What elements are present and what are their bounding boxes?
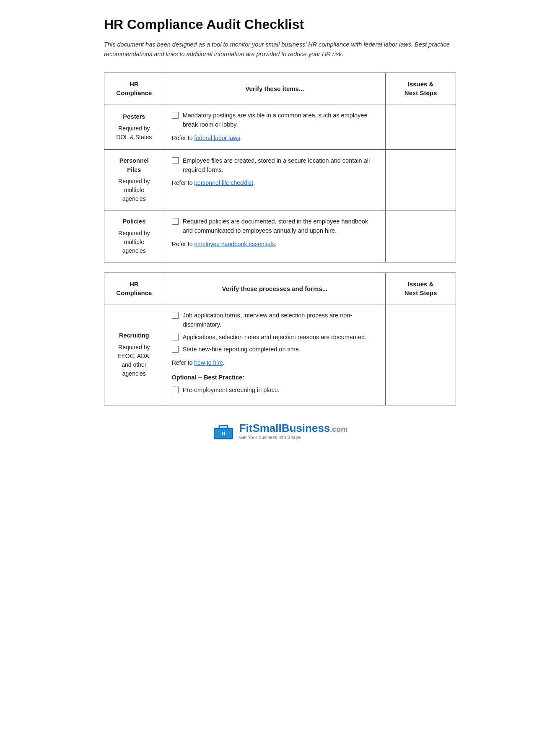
verify-item: State new-hire reporting completed on ti…	[172, 345, 378, 354]
checkbox[interactable]	[172, 312, 179, 319]
checkbox[interactable]	[172, 334, 179, 340]
table2-col2-header: Verify these processes and forms...	[164, 273, 386, 304]
verify-cell-recruiting: Job application forms, interview and sel…	[164, 304, 386, 405]
best-practice-label: Optional -- Best Practice:	[172, 373, 378, 382]
logo-com: .com	[330, 425, 347, 434]
verify-item-text: Required policies are documented, stored…	[183, 217, 378, 236]
issues-cell-recruiting	[386, 304, 456, 405]
table-row: Posters Required by DOL & States Mandato…	[104, 104, 456, 150]
table1-col2-header: Verify these items...	[164, 73, 386, 104]
footer: FitSmallBusiness.com Get Your Business I…	[104, 422, 456, 440]
verify-item-text: Applications, selection notes and reject…	[183, 333, 378, 342]
compliance-cell-recruiting: Recruiting Required by EEOC, ADA, and ot…	[104, 304, 164, 405]
table-processes: HRCompliance Verify these processes and …	[104, 273, 456, 405]
page-title: HR Compliance Audit Checklist	[104, 17, 456, 32]
issues-cell-policies	[386, 210, 456, 262]
refer-link[interactable]: personnel file checklist	[194, 179, 253, 186]
verify-item-text: Job application forms, interview and sel…	[183, 311, 378, 330]
compliance-cell-posters: Posters Required by DOL & States	[104, 104, 164, 150]
checkbox[interactable]	[172, 157, 179, 164]
verify-item: Required policies are documented, stored…	[172, 217, 378, 236]
refer-line: Refer to personnel file checklist.	[172, 179, 378, 187]
table-row: Recruiting Required by EEOC, ADA, and ot…	[104, 304, 456, 405]
verify-item-text: Pre-employment screening in place.	[183, 386, 378, 395]
refer-period: .	[275, 241, 277, 247]
checkbox[interactable]	[172, 346, 179, 353]
refer-link[interactable]: federal labor laws	[194, 135, 240, 141]
verify-item: Job application forms, interview and sel…	[172, 311, 378, 330]
refer-text: Refer to	[172, 241, 194, 247]
verify-item: Mandatory postings are visible in a comm…	[172, 111, 378, 130]
compliance-sublabel: Required by multiple agencies	[112, 177, 156, 203]
logo-tagline: Get Your Business Into Shape	[239, 435, 301, 440]
table1-col3-header: Issues &Next Steps	[386, 73, 456, 104]
verify-cell-posters: Mandatory postings are visible in a comm…	[164, 104, 386, 150]
compliance-sublabel: Required by DOL & States	[112, 124, 156, 142]
compliance-cell-personnel: Personnel Files Required by multiple age…	[104, 149, 164, 210]
compliance-label: Recruiting	[112, 331, 156, 340]
compliance-label: Personnel Files	[112, 156, 156, 175]
table-row: Personnel Files Required by multiple age…	[104, 149, 456, 210]
refer-line: Refer to employee handbook essentials.	[172, 240, 378, 249]
briefcase-icon	[213, 422, 234, 440]
refer-line: Refer to federal labor laws.	[172, 134, 378, 143]
refer-line: Refer to how to hire.	[172, 358, 378, 367]
verify-item-text: Employee files are created, stored in a …	[183, 156, 378, 175]
refer-link[interactable]: how to hire	[194, 359, 223, 366]
issues-cell-posters	[386, 104, 456, 150]
checkbox[interactable]	[172, 112, 179, 119]
logo-brand: FitSmallBusiness	[239, 422, 330, 434]
verify-item-text: State new-hire reporting completed on ti…	[183, 345, 378, 354]
checkbox[interactable]	[172, 218, 179, 225]
refer-text: Refer to	[172, 135, 194, 141]
refer-period: .	[240, 135, 242, 141]
table2-col3-header: Issues &Next Steps	[386, 273, 456, 304]
footer-logo: FitSmallBusiness.com Get Your Business I…	[213, 422, 348, 440]
checkbox[interactable]	[172, 387, 179, 393]
verify-item-best-practice: Pre-employment screening in place.	[172, 386, 378, 395]
compliance-sublabel: Required by EEOC, ADA, and other agencie…	[112, 343, 156, 378]
compliance-label: Policies	[112, 217, 156, 226]
logo-main: FitSmallBusiness.com	[239, 422, 348, 434]
table2-col1-header: HRCompliance	[104, 273, 164, 304]
compliance-cell-policies: Policies Required by multiple agencies	[104, 210, 164, 262]
issues-cell-personnel	[386, 149, 456, 210]
intro-text: This document has been designed as a too…	[104, 40, 456, 59]
refer-period: .	[253, 179, 255, 186]
svg-rect-5	[219, 426, 228, 428]
refer-text: Refer to	[172, 359, 194, 366]
refer-link[interactable]: employee handbook essentials	[194, 241, 275, 247]
table-row: Policies Required by multiple agencies R…	[104, 210, 456, 262]
verify-cell-personnel: Employee files are created, stored in a …	[164, 149, 386, 210]
verify-cell-policies: Required policies are documented, stored…	[164, 210, 386, 262]
logo-text: FitSmallBusiness.com Get Your Business I…	[239, 422, 348, 440]
compliance-sublabel: Required by multiple agencies	[112, 229, 156, 255]
verify-item-text: Mandatory postings are visible in a comm…	[183, 111, 378, 130]
refer-period: .	[223, 359, 225, 366]
refer-text: Refer to	[172, 179, 194, 186]
table-items: HRCompliance Verify these items... Issue…	[104, 73, 456, 262]
table1-col1-header: HRCompliance	[104, 73, 164, 104]
compliance-label: Posters	[112, 112, 156, 122]
verify-item: Applications, selection notes and reject…	[172, 333, 378, 342]
verify-item: Employee files are created, stored in a …	[172, 156, 378, 175]
